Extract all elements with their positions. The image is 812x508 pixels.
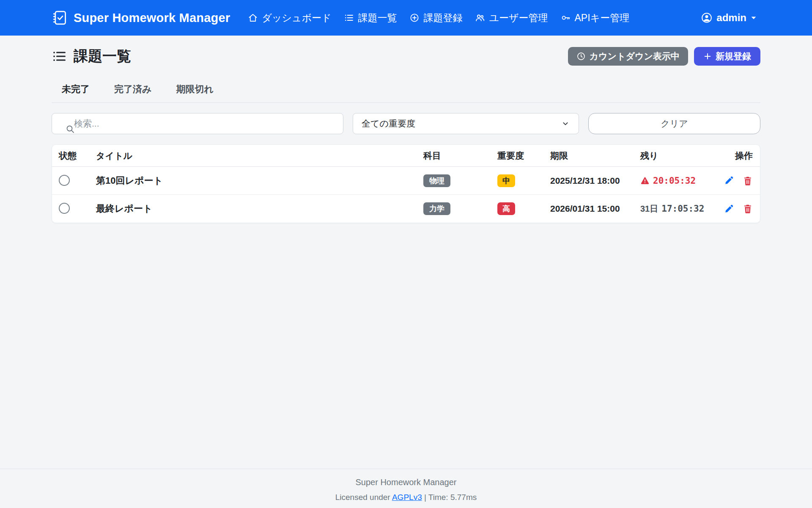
page-title-text: 課題一覧 — [74, 47, 131, 66]
delete-button[interactable] — [743, 204, 753, 214]
footer-brand: Super Homework Manager — [0, 478, 812, 487]
table-header-row: 状態 タイトル 科目 重要度 期限 残り 操作 — [52, 145, 760, 167]
head-actions: カウントダウン表示中 新規登録 — [568, 47, 760, 66]
col-status: 状態 — [59, 150, 96, 162]
agpl-license-link[interactable]: AGPLv3 — [392, 493, 422, 502]
brand[interactable]: Super Homework Manager — [52, 10, 230, 26]
assignments-table: 状態 タイトル 科目 重要度 期限 残り 操作 第10回レポート 物理 中 20… — [52, 144, 760, 223]
nav-user-management[interactable]: ユーザー管理 — [475, 11, 548, 25]
nav-apikey-management-label: APIキー管理 — [575, 11, 630, 25]
nav-dashboard-label: ダッシュボード — [262, 11, 331, 25]
new-assignment-button[interactable]: 新規登録 — [694, 47, 760, 66]
edit-button[interactable] — [724, 175, 734, 186]
remaining-countdown: 31日 17:05:32 — [640, 203, 716, 215]
remaining-time: 17:05:32 — [661, 204, 704, 214]
footer-license-suffix: | Time: 5.77ms — [422, 493, 477, 502]
nav-assignment-list-label: 課題一覧 — [358, 11, 397, 25]
chevron-down-icon — [561, 119, 570, 128]
status-tabs: 未完了 完了済み 期限切れ — [52, 78, 760, 103]
col-priority: 重要度 — [497, 150, 550, 162]
deadline-text: 2026/01/31 15:00 — [550, 204, 640, 214]
footer-license: Licensed under AGPLv3 | Time: 5.77ms — [0, 493, 812, 502]
search-input[interactable] — [52, 113, 343, 134]
col-deadline: 期限 — [550, 150, 640, 162]
col-operations: 操作 — [716, 150, 754, 162]
col-title: タイトル — [96, 150, 423, 162]
assignment-title: 最終レポート — [96, 202, 423, 215]
row-operations — [716, 204, 754, 214]
users-icon — [475, 13, 485, 23]
person-circle-icon — [701, 12, 713, 24]
nav-assignment-create[interactable]: 課題登録 — [409, 11, 462, 25]
priority-select[interactable]: 全ての重要度 — [353, 113, 579, 134]
countdown-toggle-label: カウントダウン表示中 — [590, 50, 680, 62]
delete-button[interactable] — [743, 176, 753, 186]
tab-incomplete[interactable]: 未完了 — [54, 78, 97, 102]
search-wrap — [52, 113, 343, 134]
warning-triangle-icon — [640, 176, 650, 185]
tab-expired[interactable]: 期限切れ — [169, 78, 222, 102]
nav-apikey-management[interactable]: APIキー管理 — [561, 11, 630, 25]
new-assignment-label: 新規登録 — [716, 50, 751, 62]
plus-circle-icon — [409, 13, 420, 23]
status-toggle[interactable] — [59, 175, 70, 186]
page-head: 課題一覧 カウントダウン表示中 新規登録 — [52, 47, 760, 66]
table-row: 第10回レポート 物理 中 2025/12/31 18:00 20:05:32 — [52, 167, 760, 195]
caret-down-icon — [750, 14, 757, 21]
clock-icon — [576, 52, 586, 61]
subject-badge: 物理 — [423, 174, 450, 187]
row-operations — [716, 175, 754, 186]
priority-badge: 中 — [497, 174, 515, 187]
assignment-title: 第10回レポート — [96, 174, 423, 187]
filter-bar: 全ての重要度 クリア — [52, 113, 760, 134]
brand-title: Super Homework Manager — [74, 11, 230, 25]
tab-completed[interactable]: 完了済み — [107, 78, 159, 102]
nav-user-management-label: ユーザー管理 — [489, 11, 548, 25]
col-subject: 科目 — [423, 150, 497, 162]
edit-button[interactable] — [724, 204, 734, 214]
nav-dashboard[interactable]: ダッシュボード — [248, 11, 331, 25]
list-icon — [344, 13, 354, 23]
home-icon — [248, 13, 258, 23]
top-navbar: Super Homework Manager ダッシュボード 課題一覧 — [0, 0, 812, 36]
status-toggle[interactable] — [59, 203, 70, 214]
key-icon — [561, 13, 571, 23]
plus-icon — [703, 52, 712, 61]
nav-assignment-create-label: 課題登録 — [423, 11, 462, 25]
remaining-time: 20:05:32 — [653, 176, 696, 186]
remaining-countdown: 20:05:32 — [640, 176, 716, 186]
list-title-icon — [52, 49, 67, 64]
user-menu[interactable]: admin — [701, 12, 757, 24]
countdown-toggle-button[interactable]: カウントダウン表示中 — [568, 47, 688, 66]
nav-assignment-list[interactable]: 課題一覧 — [344, 11, 397, 25]
subject-badge: 力学 — [423, 202, 450, 215]
main-nav: ダッシュボード 課題一覧 課題登録 — [248, 11, 629, 25]
user-name: admin — [716, 12, 746, 24]
main-content: 課題一覧 カウントダウン表示中 新規登録 未完了 — [52, 36, 760, 469]
journal-check-icon — [52, 10, 68, 26]
priority-select-value: 全ての重要度 — [362, 118, 415, 130]
clear-filters-button[interactable]: クリア — [588, 113, 760, 134]
remaining-days: 31日 — [640, 203, 658, 215]
deadline-text: 2025/12/31 18:00 — [550, 176, 640, 186]
priority-badge: 高 — [497, 202, 515, 215]
page-title: 課題一覧 — [52, 47, 131, 66]
col-remaining: 残り — [640, 150, 716, 162]
footer-license-prefix: Licensed under — [335, 493, 390, 502]
page-footer: Super Homework Manager Licensed under AG… — [0, 469, 812, 508]
table-row: 最終レポート 力学 高 2026/01/31 15:00 31日 17:05:3… — [52, 195, 760, 223]
